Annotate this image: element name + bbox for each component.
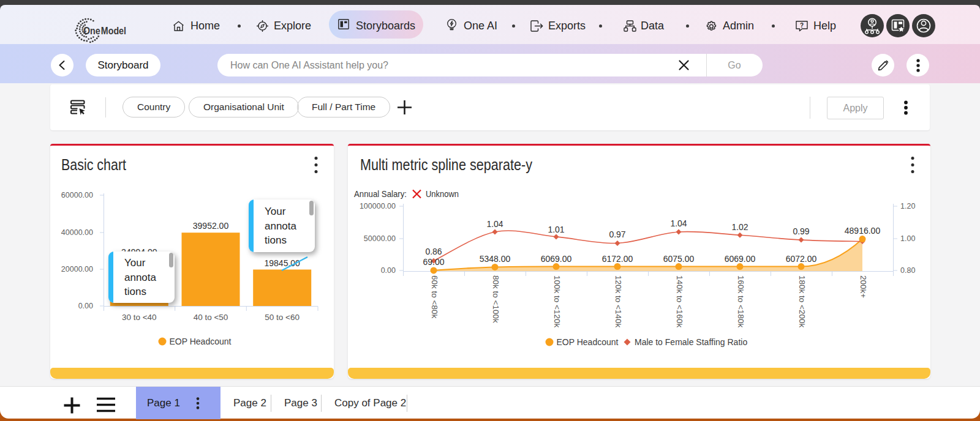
svg-text:6075.00: 6075.00: [663, 254, 695, 264]
svg-text:?: ?: [800, 22, 804, 29]
svg-text:140k to <160k: 140k to <160k: [675, 275, 684, 327]
svg-text:1.01: 1.01: [548, 225, 564, 234]
svg-text:30 to <40: 30 to <40: [122, 313, 157, 322]
svg-text:100000.00: 100000.00: [360, 202, 396, 210]
svg-text:6069.00: 6069.00: [725, 254, 756, 264]
svg-text:1.04: 1.04: [486, 219, 503, 229]
svg-text:EOP Headcount: EOP Headcount: [170, 337, 232, 346]
svg-text:0.00: 0.00: [381, 266, 396, 275]
svg-text:120k to <140k: 120k to <140k: [614, 275, 623, 327]
svg-text:50000.00: 50000.00: [364, 234, 396, 243]
svg-text:180k to <200k: 180k to <200k: [797, 275, 807, 327]
svg-text:200k+: 200k+: [859, 275, 868, 298]
svg-text:160k to <180k: 160k to <180k: [736, 275, 745, 327]
svg-text:Multi metric spline separate-y: Multi metric spline separate-y: [360, 156, 532, 173]
svg-text:One Model: One Model: [83, 25, 126, 36]
svg-text:60k to <80k: 60k to <80k: [430, 275, 439, 318]
svg-text:EOP Headcount: EOP Headcount: [557, 337, 619, 347]
svg-text:0.99: 0.99: [793, 226, 809, 236]
svg-text:6069.00: 6069.00: [541, 254, 572, 264]
svg-text:80k to <100k: 80k to <100k: [491, 275, 500, 323]
svg-text:Unknown: Unknown: [426, 188, 459, 199]
svg-text:40000.00: 40000.00: [61, 228, 93, 237]
svg-text:Annual Salary:: Annual Salary:: [354, 188, 407, 199]
svg-text:39952.00: 39952.00: [193, 221, 229, 231]
svg-text:Basic chart: Basic chart: [61, 156, 126, 173]
svg-text:48916.00: 48916.00: [845, 226, 881, 236]
svg-text:50 to <60: 50 to <60: [265, 313, 300, 322]
svg-text:0.97: 0.97: [609, 229, 625, 239]
svg-text:19845.00: 19845.00: [264, 258, 300, 268]
svg-text:60000.00: 60000.00: [61, 191, 93, 199]
svg-text:0.00: 0.00: [78, 302, 93, 310]
svg-text:100k to <120k: 100k to <120k: [552, 275, 562, 327]
svg-text:69.00: 69.00: [423, 257, 444, 267]
svg-text:6172.00: 6172.00: [602, 254, 633, 264]
svg-text:20000.00: 20000.00: [61, 265, 93, 274]
svg-text:6072.00: 6072.00: [786, 254, 817, 264]
svg-text:Male to Female Staffing Ratio: Male to Female Staffing Ratio: [635, 337, 747, 347]
svg-text:1.00: 1.00: [900, 234, 915, 243]
svg-text:40 to <50: 40 to <50: [194, 313, 228, 322]
svg-text:1.02: 1.02: [731, 222, 748, 232]
svg-text:1.20: 1.20: [900, 202, 915, 210]
svg-text:5348.00: 5348.00: [480, 254, 511, 264]
svg-text:1.04: 1.04: [670, 218, 687, 228]
svg-text:0.80: 0.80: [900, 266, 915, 275]
svg-text:0.86: 0.86: [425, 247, 442, 256]
